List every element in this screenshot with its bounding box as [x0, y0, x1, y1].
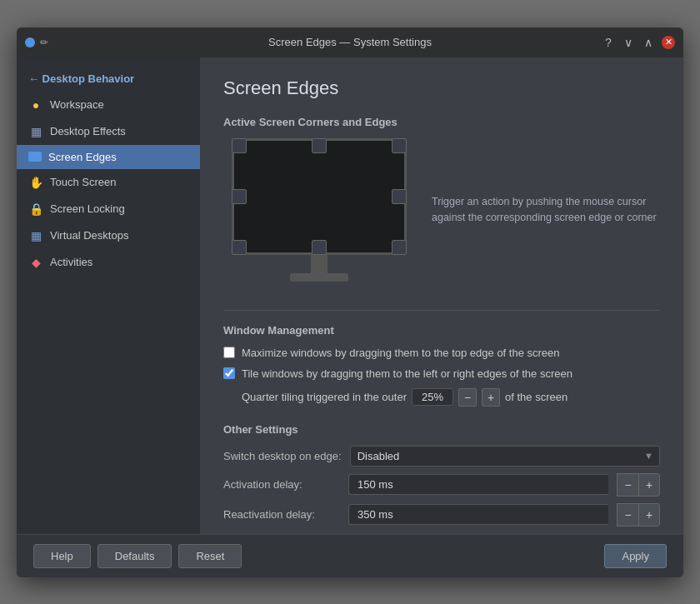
close-button[interactable]: ✕	[662, 36, 675, 49]
main-content: Screen Edges Active Screen Corners and E…	[200, 57, 683, 534]
corners-section-title: Active Screen Corners and Edges	[223, 116, 660, 128]
reactivation-delay-buttons: − +	[617, 503, 660, 527]
title-bar: ✏ Screen Edges — System Settings ? ∨ ∧ ✕	[17, 27, 683, 57]
footer: Help Defaults Reset Apply	[17, 534, 683, 577]
switch-desktop-label: Switch desktop on edge:	[223, 450, 342, 462]
monitor-stand-neck	[311, 255, 328, 273]
activation-delay-decrement[interactable]: −	[617, 473, 638, 497]
screen-edges-icon	[28, 152, 42, 162]
back-link[interactable]: ← Desktop Behavior	[17, 66, 200, 92]
help-button[interactable]: Help	[33, 544, 91, 568]
corner-top-left-button[interactable]	[232, 138, 247, 153]
other-settings: Other Settings Switch desktop on edge: D…	[223, 423, 660, 533]
minimize-button[interactable]: ∨	[622, 36, 635, 49]
screen-hint: Trigger an action by pushing the mouse c…	[432, 194, 660, 226]
edge-left-button[interactable]	[232, 189, 247, 204]
sidebar-item-screen-locking[interactable]: 🔒 Screen Locking	[17, 196, 200, 222]
reactivation-delay-increment[interactable]: +	[638, 503, 660, 527]
main-window: ✏ Screen Edges — System Settings ? ∨ ∧ ✕…	[17, 27, 683, 577]
reset-button[interactable]: Reset	[178, 544, 242, 568]
help-button[interactable]: ?	[602, 36, 615, 49]
touch-screen-icon: ✋	[28, 175, 43, 190]
sidebar-item-label: Desktop Effects	[50, 125, 126, 137]
maximize-checkbox[interactable]	[223, 347, 235, 358]
sidebar-item-activities[interactable]: ◆ Activities	[17, 249, 200, 276]
window-management-title: Window Management	[223, 324, 660, 337]
pencil-icon: ✏	[40, 37, 48, 48]
quarter-suffix: of the screen	[505, 391, 568, 403]
title-bar-controls: ? ∨ ∧ ✕	[602, 36, 675, 49]
activation-delay-row: Activation delay: − +	[223, 473, 660, 497]
quarter-value-input[interactable]	[412, 388, 453, 406]
window-title: Screen Edges — System Settings	[268, 36, 432, 48]
maximize-label: Maximize windows by dragging them to the…	[242, 347, 560, 359]
workspace-icon: ●	[28, 97, 43, 112]
quarter-tiling-row: Quarter tiling triggered in the outer − …	[242, 388, 660, 407]
reactivation-delay-decrement[interactable]: −	[617, 503, 638, 527]
sidebar-item-screen-edges[interactable]: Screen Edges	[17, 145, 200, 169]
switch-desktop-dropdown[interactable]: Disabled	[350, 446, 660, 467]
sidebar-item-workspace[interactable]: ● Workspace	[17, 92, 200, 118]
sidebar-item-label: Screen Locking	[50, 202, 125, 215]
switch-desktop-row: Switch desktop on edge: Disabled ▼	[223, 446, 660, 467]
page-title: Screen Edges	[223, 77, 660, 99]
quarter-prefix: Quarter tiling triggered in the outer	[242, 391, 407, 403]
corner-top-right-button[interactable]	[392, 138, 407, 153]
tile-label: Tile windows by dragging them to the lef…	[242, 367, 572, 380]
body: ← Desktop Behavior ● Workspace ▦ Desktop…	[17, 57, 683, 534]
edge-right-button[interactable]	[392, 189, 407, 204]
quarter-decrement-button[interactable]: −	[458, 388, 477, 407]
lock-icon: 🔒	[28, 202, 43, 217]
title-bar-left: ✏	[25, 37, 48, 48]
reactivation-delay-row: Reactivation delay: − +	[223, 503, 660, 527]
desktop-effects-icon: ▦	[28, 124, 43, 139]
monitor-stand-base	[290, 273, 348, 282]
edge-top-button[interactable]	[312, 138, 327, 153]
reactivation-delay-input[interactable]	[348, 504, 608, 525]
app-icon	[25, 37, 35, 47]
switch-desktop-dropdown-wrap: Disabled ▼	[350, 446, 660, 467]
screen-preview-row: Trigger an action by pushing the mouse c…	[223, 138, 660, 282]
checkbox-maximize-row: Maximize windows by dragging them to the…	[223, 347, 660, 359]
monitor	[232, 138, 407, 255]
sidebar-item-label: Screen Edges	[48, 151, 117, 163]
divider-1	[223, 310, 660, 311]
apply-button[interactable]: Apply	[604, 544, 667, 568]
activities-icon: ◆	[28, 255, 43, 270]
sidebar-item-label: Activities	[50, 256, 92, 268]
footer-left-buttons: Help Defaults Reset	[33, 544, 242, 568]
activation-delay-buttons: − +	[617, 473, 660, 497]
activation-delay-increment[interactable]: +	[638, 473, 660, 497]
sidebar-item-label: Touch Screen	[50, 176, 117, 188]
reactivation-delay-label: Reactivation delay:	[223, 508, 340, 521]
defaults-button[interactable]: Defaults	[98, 544, 172, 568]
virtual-desktops-icon: ▦	[28, 228, 43, 243]
sidebar-item-touch-screen[interactable]: ✋ Touch Screen	[17, 169, 200, 196]
sidebar-item-desktop-effects[interactable]: ▦ Desktop Effects	[17, 118, 200, 145]
monitor-wrap	[223, 138, 415, 282]
sidebar-item-virtual-desktops[interactable]: ▦ Virtual Desktops	[17, 222, 200, 249]
tile-checkbox[interactable]	[223, 367, 235, 379]
maximize-button[interactable]: ∧	[642, 36, 655, 49]
corner-bottom-left-button[interactable]	[232, 240, 247, 255]
sidebar: ← Desktop Behavior ● Workspace ▦ Desktop…	[17, 57, 200, 534]
sidebar-item-label: Workspace	[50, 98, 104, 111]
activation-delay-input[interactable]	[348, 474, 608, 495]
other-settings-title: Other Settings	[223, 423, 660, 436]
quarter-increment-button[interactable]: +	[482, 388, 500, 407]
sidebar-item-label: Virtual Desktops	[50, 229, 128, 242]
activation-delay-label: Activation delay:	[223, 478, 340, 491]
corner-bottom-right-button[interactable]	[392, 240, 407, 255]
edge-bottom-button[interactable]	[312, 240, 327, 255]
checkbox-tile-row: Tile windows by dragging them to the lef…	[223, 367, 660, 380]
